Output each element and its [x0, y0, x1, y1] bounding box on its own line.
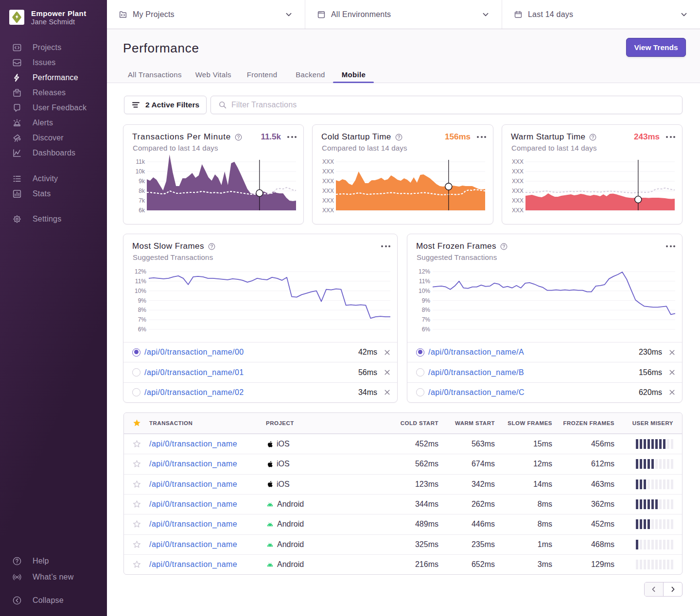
- svg-text:9%: 9%: [422, 297, 431, 304]
- svg-text:XXX: XXX: [512, 158, 524, 165]
- svg-text:7k: 7k: [139, 197, 145, 204]
- svg-text:XXX: XXX: [512, 197, 524, 204]
- svg-text:10k: 10k: [136, 168, 145, 175]
- svg-text:8%: 8%: [422, 307, 431, 313]
- svg-text:6k: 6k: [139, 207, 145, 212]
- svg-text:XXX: XXX: [322, 197, 334, 204]
- svg-text:8k: 8k: [139, 188, 145, 194]
- svg-text:10%: 10%: [135, 288, 146, 294]
- svg-text:XXX: XXX: [322, 178, 334, 185]
- svg-text:9%: 9%: [138, 297, 147, 304]
- svg-text:XXX: XXX: [322, 168, 334, 175]
- svg-text:11%: 11%: [419, 278, 430, 285]
- svg-text:11k: 11k: [136, 158, 145, 165]
- svg-text:11%: 11%: [135, 278, 146, 285]
- svg-text:6%: 6%: [138, 326, 147, 333]
- svg-text:XXX: XXX: [512, 168, 524, 175]
- svg-text:6%: 6%: [422, 326, 431, 333]
- svg-text:XXX: XXX: [322, 188, 334, 194]
- svg-text:10%: 10%: [419, 288, 430, 294]
- svg-text:9k: 9k: [139, 178, 145, 185]
- svg-text:12%: 12%: [135, 268, 146, 275]
- svg-text:XXX: XXX: [512, 178, 524, 185]
- svg-text:7%: 7%: [138, 316, 147, 323]
- svg-text:XXX: XXX: [322, 158, 334, 165]
- svg-text:7%: 7%: [422, 316, 431, 323]
- svg-text:XXX: XXX: [512, 188, 524, 194]
- svg-text:XXX: XXX: [322, 207, 334, 212]
- svg-text:12%: 12%: [419, 268, 430, 275]
- svg-text:8%: 8%: [138, 307, 147, 313]
- svg-text:XXX: XXX: [512, 207, 524, 212]
